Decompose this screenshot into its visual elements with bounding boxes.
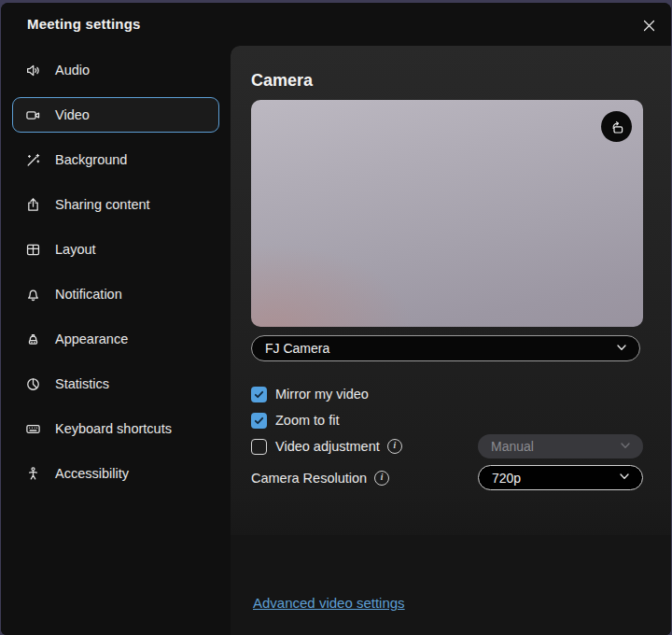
sidebar-item-background[interactable]: Background	[12, 142, 219, 177]
camera-resolution-row: Camera Resolution i 720p	[251, 465, 643, 490]
sidebar-item-label: Notification	[55, 287, 122, 302]
sidebar-item-label: Appearance	[55, 332, 128, 346]
camera-resolution-select[interactable]: 720p	[478, 465, 643, 490]
sidebar-item-accessibility[interactable]: Accessibility	[12, 456, 219, 491]
grid-layout-icon	[25, 242, 41, 258]
sidebar-item-label: Statistics	[55, 376, 109, 391]
video-adjustment-mode-select: Manual	[478, 434, 643, 459]
zoom-to-fit-checkbox[interactable]	[251, 413, 267, 429]
dialog-title: Meeting settings	[27, 16, 141, 32]
meeting-settings-dialog: Meeting settings Audio Vi	[1, 3, 671, 635]
mirror-video-checkbox[interactable]	[251, 387, 267, 402]
sidebar-item-statistics[interactable]: Statistics	[12, 366, 219, 402]
video-adjustment-row: Video adjustment i Manual	[251, 434, 643, 459]
video-adjustment-checkbox[interactable]	[251, 439, 267, 455]
video-camera-icon	[25, 107, 41, 123]
sidebar-item-label: Audio	[55, 63, 90, 78]
camera-resolution-label: Camera Resolution	[251, 471, 367, 486]
sidebar-item-audio[interactable]: Audio	[12, 52, 219, 88]
keyboard-icon	[25, 421, 41, 437]
sidebar-item-keyboard-shortcuts[interactable]: Keyboard shortcuts	[12, 411, 219, 446]
info-icon[interactable]: i	[374, 471, 389, 486]
chevron-down-icon	[618, 470, 631, 486]
camera-section: Camera FJ Camera	[231, 46, 671, 535]
share-icon	[25, 197, 41, 213]
sidebar-item-label: Layout	[55, 242, 96, 257]
sidebar-item-layout[interactable]: Layout	[12, 232, 219, 267]
camera-device-value: FJ Camera	[265, 341, 615, 356]
zoom-to-fit-row: Zoom to fit	[251, 410, 643, 430]
chevron-down-icon	[619, 439, 632, 455]
sidebar-item-sharing-content[interactable]: Sharing content	[12, 187, 219, 222]
rotate-camera-icon	[608, 118, 626, 136]
pie-chart-icon	[25, 376, 41, 392]
bell-icon	[25, 287, 41, 303]
sidebar-item-label: Video	[55, 107, 90, 122]
mirror-video-label: Mirror my video	[275, 387, 369, 402]
accessibility-icon	[25, 466, 41, 482]
checkmark-icon	[254, 389, 264, 400]
checkmark-icon	[254, 416, 264, 426]
sidebar-item-notification[interactable]: Notification	[12, 276, 219, 312]
sidebar-item-appearance[interactable]: Appearance	[12, 321, 219, 357]
zoom-to-fit-label: Zoom to fit	[275, 413, 340, 428]
sidebar: Audio Video Background	[1, 46, 231, 635]
speaker-icon	[25, 63, 41, 78]
sidebar-item-label: Accessibility	[55, 466, 129, 481]
sidebar-item-label: Keyboard shortcuts	[55, 421, 172, 436]
chevron-down-icon	[615, 341, 628, 357]
sidebar-item-label: Sharing content	[55, 197, 150, 212]
titlebar: Meeting settings	[1, 3, 671, 46]
camera-resolution-value: 720p	[492, 471, 618, 486]
video-adjustment-label: Video adjustment	[275, 439, 380, 454]
section-title: Camera	[251, 71, 641, 91]
info-icon[interactable]: i	[387, 439, 402, 454]
advanced-video-settings-link[interactable]: Advanced video settings	[253, 595, 405, 611]
sidebar-item-label: Background	[55, 152, 127, 167]
mirror-video-row: Mirror my video	[251, 384, 643, 404]
video-settings-panel: Camera FJ Camera	[231, 46, 671, 635]
close-icon[interactable]	[637, 14, 660, 36]
sidebar-item-video[interactable]: Video	[12, 97, 219, 133]
camera-device-select[interactable]: FJ Camera	[251, 335, 640, 361]
rotate-camera-button[interactable]	[601, 111, 632, 142]
brush-icon	[25, 332, 41, 347]
magic-wand-icon	[25, 152, 41, 168]
video-adjustment-mode-value: Manual	[491, 439, 619, 454]
camera-preview	[251, 100, 643, 327]
